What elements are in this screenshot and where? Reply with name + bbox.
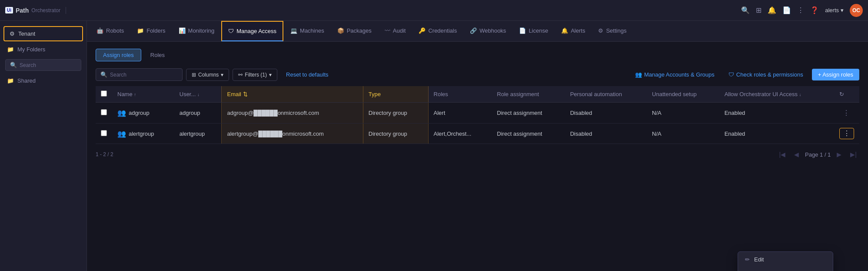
bell-icon[interactable]: 🔔	[768, 6, 776, 14]
filters-button[interactable]: ⚯ Filters (1) ▾	[233, 69, 277, 81]
folder-icon: 📁	[7, 46, 14, 53]
check-permissions-icon: 🛡	[728, 71, 734, 78]
product-name: Orchestrator	[31, 7, 60, 13]
logo-product: Path	[16, 7, 29, 14]
row2-type: Directory group	[363, 124, 428, 144]
assign-roles-button[interactable]: + Assign roles	[812, 69, 859, 80]
row2-checkbox[interactable]	[101, 130, 107, 136]
webhooks-icon: 🔗	[470, 27, 477, 34]
refresh-icon[interactable]: ↻	[839, 91, 844, 97]
prev-page-button[interactable]: ◀	[792, 149, 801, 160]
robots-icon: 🤖	[96, 27, 103, 34]
manage-access-icon: 🛡	[228, 28, 234, 34]
tab-monitoring[interactable]: 📊 Monitoring	[173, 21, 221, 41]
context-menu-check-roles[interactable]: 🛡 Check roles & permissions	[738, 267, 833, 271]
alerts-button[interactable]: alerts ▾	[825, 7, 844, 13]
tab-manage-access[interactable]: 🛡 Manage Access	[221, 21, 283, 41]
last-page-button[interactable]: ▶|	[848, 149, 859, 160]
tab-machines[interactable]: 💻 Machines	[284, 21, 330, 41]
tab-settings[interactable]: ⚙ Settings	[592, 21, 632, 41]
logo-area: Ui Path Orchestrator	[5, 7, 66, 14]
header-personal-automation[interactable]: Personal automation	[565, 86, 647, 103]
next-page-button[interactable]: ▶	[834, 149, 844, 160]
sidebar-search[interactable]: 🔍 Search	[5, 59, 81, 71]
header-roles[interactable]: Roles	[428, 86, 492, 103]
tab-license[interactable]: 📄 License	[513, 21, 554, 41]
tab-robots[interactable]: 🤖 Robots	[90, 21, 130, 41]
header-name[interactable]: Name	[112, 86, 174, 103]
row2-role-assignment: Direct assignment	[492, 124, 565, 144]
tab-webhooks[interactable]: 🔗 Webhooks	[464, 21, 512, 41]
row1-username: adgroup	[174, 103, 222, 124]
filters-chevron-icon: ▾	[269, 72, 272, 78]
context-menu-edit[interactable]: ✏ Edit	[738, 252, 833, 267]
row1-allow-ui-access: Enabled	[719, 103, 834, 124]
tab-credentials[interactable]: 🔑 Credentials	[412, 21, 463, 41]
first-page-button[interactable]: |◀	[776, 149, 788, 160]
toolbar: 🔍 Search ⊞ Columns ▾ ⚯ Filters (1) ▾ Res…	[96, 68, 859, 81]
row2-allow-ui-access: Enabled	[719, 124, 834, 144]
reset-defaults-button[interactable]: Reset to defaults	[281, 69, 334, 80]
sidebar-item-my-folders[interactable]: 📁 My Folders	[0, 43, 86, 56]
pagination: 1 - 2 / 2 |◀ ◀ Page 1 / 1 ▶ ▶|	[96, 144, 859, 165]
row2-actions: ⋮	[834, 124, 859, 144]
columns-button[interactable]: ⊞ Columns ▾	[186, 69, 229, 81]
header-username[interactable]: User...	[174, 86, 222, 103]
tab-packages[interactable]: 📦 Packages	[331, 21, 378, 41]
topbar: Ui Path Orchestrator 🔍 ⊞ 🔔 📄 ⋮ ❓ alerts …	[0, 0, 868, 21]
machines-icon: 💻	[290, 27, 297, 34]
header-unattended-setup[interactable]: Unattended setup	[647, 86, 719, 103]
audit-icon: 〰	[385, 27, 390, 34]
nav-tabs: 🤖 Robots 📁 Folders 📊 Monitoring 🛡 Manage…	[87, 21, 868, 42]
row1-checkbox[interactable]	[101, 109, 107, 115]
header-type[interactable]: Type	[363, 86, 428, 103]
table-container: Name User... Email ⇅ Type	[96, 86, 859, 165]
topbar-right: 🔍 ⊞ 🔔 📄 ⋮ ❓ alerts ▾ OC	[741, 4, 863, 17]
search-icon-sidebar: 🔍	[10, 62, 17, 68]
columns-icon: ⊞	[192, 72, 196, 78]
manage-accounts-button[interactable]: 👥 Manage Accounts & Groups	[630, 69, 720, 80]
packages-icon: 📦	[337, 27, 344, 34]
table-row: 👥 alertgroup alertgroup alertgroup@█████…	[96, 124, 859, 144]
credentials-icon: 🔑	[419, 27, 426, 34]
row2-roles: Alert,Orchest...	[428, 124, 492, 144]
license-icon: 📄	[519, 27, 526, 34]
check-permissions-button[interactable]: 🛡 Check roles & permissions	[723, 69, 808, 80]
user-avatar[interactable]: OC	[850, 4, 863, 17]
row2-username: alertgroup	[174, 124, 222, 144]
row2-email: alertgroup@██████onmicrosoft.com	[222, 124, 363, 144]
tab-audit[interactable]: 〰 Audit	[379, 21, 412, 41]
row2-checkbox-cell	[96, 124, 112, 144]
sidebar-item-tenant[interactable]: ⚙ Tenant	[3, 26, 83, 41]
header-email[interactable]: Email ⇅	[222, 86, 363, 103]
main-layout: ⚙ Tenant 📁 My Folders 🔍 Search 📁 Shared …	[0, 21, 868, 271]
row1-roles: Alert	[428, 103, 492, 124]
help-icon[interactable]: ❓	[810, 6, 819, 14]
topbar-left: Ui Path Orchestrator	[5, 7, 68, 14]
row2-personal-automation: Disabled	[565, 124, 647, 144]
row1-unattended-setup: N/A	[647, 103, 719, 124]
row2-more-button[interactable]: ⋮	[839, 128, 854, 139]
select-all-checkbox[interactable]	[101, 90, 107, 97]
content-area: 🤖 Robots 📁 Folders 📊 Monitoring 🛡 Manage…	[87, 21, 868, 271]
data-table: Name User... Email ⇅ Type	[96, 86, 859, 144]
add-icon[interactable]: ⊞	[756, 6, 762, 14]
row1-type: Directory group	[363, 103, 428, 124]
search-icon-toolbar: 🔍	[100, 71, 107, 78]
tab-folders[interactable]: 📁 Folders	[131, 21, 171, 41]
document-icon[interactable]: 📄	[782, 6, 791, 14]
sidebar: ⚙ Tenant 📁 My Folders 🔍 Search 📁 Shared	[0, 21, 87, 271]
row1-role-assignment: Direct assignment	[492, 103, 565, 124]
sub-tab-assign-roles[interactable]: Assign roles	[96, 49, 141, 61]
more-icon[interactable]: ⋮	[797, 6, 804, 14]
sub-tab-roles[interactable]: Roles	[143, 49, 172, 61]
header-role-assignment[interactable]: Role assignment	[492, 86, 565, 103]
header-allow-ui-access[interactable]: Allow Orchestrator UI Access	[719, 86, 834, 103]
tab-alerts[interactable]: 🔔 Alerts	[555, 21, 591, 41]
search-icon[interactable]: 🔍	[741, 6, 750, 14]
search-input[interactable]: 🔍 Search	[96, 68, 183, 81]
sidebar-item-shared[interactable]: 📁 Shared	[0, 74, 86, 87]
row1-more-button[interactable]: ⋮	[839, 107, 853, 119]
row2-name: 👥 alertgroup	[112, 124, 174, 144]
header-checkbox-cell	[96, 86, 112, 103]
